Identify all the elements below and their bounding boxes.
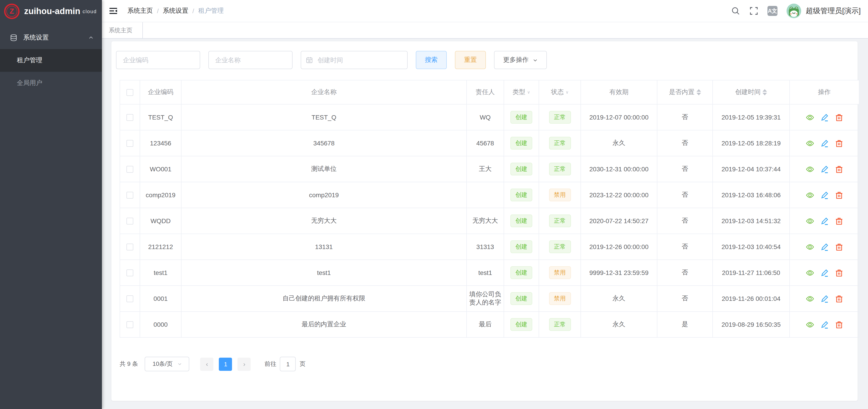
edit-icon[interactable]	[820, 191, 829, 199]
column-filter-icon[interactable]: ∨	[527, 90, 530, 95]
delete-icon[interactable]	[835, 216, 843, 225]
delete-icon[interactable]	[835, 139, 843, 147]
type-tag: 创建	[510, 214, 532, 227]
cell-select	[120, 130, 140, 156]
search-icon[interactable]	[731, 6, 740, 15]
page-size-select[interactable]: 10条/页	[145, 357, 189, 371]
row-checkbox[interactable]	[126, 166, 133, 173]
delete-icon[interactable]	[835, 165, 843, 173]
cell-validity: 永久	[581, 311, 657, 337]
goto-page-input[interactable]	[280, 357, 296, 371]
row-checkbox[interactable]	[126, 218, 133, 225]
edit-icon[interactable]	[820, 242, 829, 251]
cell-company-name: test1	[181, 260, 467, 285]
sidebar-group-system-settings[interactable]: 系统设置	[0, 26, 102, 49]
sidebar-item-tenant-management[interactable]: 租户管理	[0, 49, 102, 72]
cell-company-name: 13131	[181, 234, 467, 260]
view-icon[interactable]	[805, 268, 814, 277]
view-icon[interactable]	[805, 165, 814, 173]
cell-builtin: 否	[657, 104, 713, 130]
app-logo[interactable]: Z zuihou-admin cloud	[0, 0, 102, 22]
cell-owner: 填你公司负责人的名字	[467, 285, 504, 311]
user-name[interactable]: 超级管理员[演示]	[806, 6, 861, 16]
breadcrumb-item-current: 租户管理	[198, 7, 224, 15]
sidebar-item-label: 全局用户	[17, 79, 42, 87]
delete-icon[interactable]	[835, 320, 843, 329]
next-page-button[interactable]: ›	[238, 357, 251, 371]
prev-page-button[interactable]: ‹	[200, 357, 214, 371]
column-filter-icon[interactable]: ∨	[565, 90, 568, 95]
more-actions-button[interactable]: 更多操作	[494, 51, 547, 69]
cell-select	[120, 311, 140, 337]
fullscreen-icon[interactable]	[749, 6, 758, 15]
view-icon[interactable]	[805, 113, 814, 122]
cell-operations	[789, 260, 859, 285]
cell-owner: 无穷大大	[467, 208, 504, 234]
type-tag: 创建	[510, 111, 532, 124]
create-time-picker[interactable]	[301, 51, 408, 69]
cell-type: 创建	[504, 104, 539, 130]
column-header-label: 操作	[818, 88, 831, 96]
tab-system-home[interactable]: 系统主页	[102, 22, 143, 38]
column-sort-icon[interactable]	[696, 89, 701, 96]
edit-icon[interactable]	[820, 268, 829, 277]
edit-icon[interactable]	[820, 139, 829, 147]
column-header: 责任人	[467, 80, 504, 104]
cell-created-time: 2019-12-03 16:48:06	[713, 182, 789, 208]
row-checkbox[interactable]	[126, 192, 133, 199]
edit-icon[interactable]	[820, 165, 829, 173]
select-all-checkbox[interactable]	[126, 89, 133, 96]
edit-icon[interactable]	[820, 113, 829, 122]
column-header[interactable]: 是否内置	[657, 80, 713, 104]
column-header[interactable]: 创建时间	[713, 80, 789, 104]
language-icon[interactable]: A文	[768, 6, 777, 16]
page-number-button[interactable]: 1	[219, 357, 232, 371]
company-name-input[interactable]	[208, 51, 292, 69]
company-code-input[interactable]	[116, 51, 200, 69]
row-checkbox[interactable]	[126, 114, 133, 121]
column-header-label: 有效期	[609, 88, 628, 96]
reset-button[interactable]: 重置	[455, 51, 486, 69]
view-icon[interactable]	[805, 242, 814, 251]
cell-validity: 2019-12-26 00:00:00	[581, 234, 657, 260]
edit-icon[interactable]	[820, 294, 829, 303]
delete-icon[interactable]	[835, 294, 843, 303]
row-checkbox[interactable]	[126, 321, 133, 328]
view-icon[interactable]	[805, 216, 814, 225]
sidebar-item-global-users[interactable]: 全局用户	[0, 72, 102, 95]
column-header[interactable]: 类型∨	[504, 80, 539, 104]
cell-created-time: 2019-08-29 16:50:35	[713, 311, 789, 337]
cell-owner: 王大	[467, 156, 504, 182]
collapse-sidebar-icon[interactable]	[109, 6, 118, 15]
avatar[interactable]	[786, 4, 801, 18]
row-checkbox[interactable]	[126, 296, 133, 302]
cell-company-name: 最后的内置企业	[181, 311, 467, 337]
column-sort-icon[interactable]	[763, 89, 767, 96]
search-button[interactable]: 搜索	[416, 51, 447, 69]
delete-icon[interactable]	[835, 113, 843, 122]
breadcrumb-item[interactable]: 系统设置	[163, 7, 188, 15]
type-tag: 创建	[510, 240, 532, 253]
view-icon[interactable]	[805, 294, 814, 303]
delete-icon[interactable]	[835, 191, 843, 199]
view-icon[interactable]	[805, 320, 814, 329]
logo-badge-icon: Z	[4, 3, 20, 19]
cell-validity: 永久	[581, 285, 657, 311]
cell-status: 禁用	[539, 260, 581, 285]
breadcrumb-item[interactable]: 系统主页	[127, 7, 153, 15]
table-row: 0000最后的内置企业最后创建正常永久是2019-08-29 16:50:35	[120, 311, 859, 337]
column-header[interactable]: 状态∨	[539, 80, 581, 104]
row-checkbox[interactable]	[126, 270, 133, 276]
view-icon[interactable]	[805, 191, 814, 199]
topbar: 系统主页 / 系统设置 / 租户管理 A文	[102, 0, 868, 22]
cell-company-code: 0001	[140, 285, 181, 311]
row-checkbox[interactable]	[126, 140, 133, 147]
cell-operations	[789, 311, 859, 337]
edit-icon[interactable]	[820, 320, 829, 329]
row-checkbox[interactable]	[126, 244, 133, 251]
edit-icon[interactable]	[820, 216, 829, 225]
create-time-input[interactable]	[301, 51, 408, 69]
delete-icon[interactable]	[835, 268, 843, 277]
delete-icon[interactable]	[835, 242, 843, 251]
view-icon[interactable]	[805, 139, 814, 147]
